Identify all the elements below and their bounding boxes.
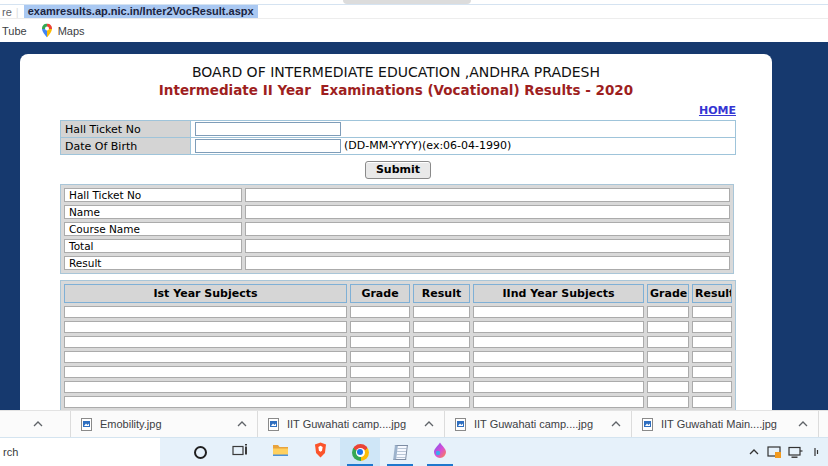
result-row: Total bbox=[64, 239, 730, 253]
bookmark-youtube[interactable]: Tube bbox=[2, 25, 27, 37]
home-link[interactable]: HOME bbox=[699, 104, 736, 117]
screen: re | examresults.ap.nic.in/Inter2VocResu… bbox=[0, 0, 828, 466]
result-summary-table: Hall Ticket No Name Course Name Total Re… bbox=[60, 184, 734, 274]
col-header: Result bbox=[413, 284, 470, 303]
result-field-label: Hall Ticket No bbox=[64, 188, 242, 202]
page-background: BOARD OF INTERMEDIATE EDUCATION ,ANDHRA … bbox=[0, 42, 828, 410]
subjects-header-row: Ist Year Subjects Grade Result IInd Year… bbox=[64, 284, 732, 303]
download-item[interactable]: IIT Guwahati Main....jpg bbox=[632, 411, 818, 437]
bookmarks-bar: Tube Maps bbox=[0, 19, 828, 42]
dob-label: Date Of Birth bbox=[61, 138, 191, 155]
subject-row bbox=[64, 351, 732, 363]
image-file-icon bbox=[642, 418, 653, 431]
notepad-button[interactable] bbox=[380, 438, 420, 466]
download-shelf: Emobility.jpg IIT Guwahati camp....jpg I… bbox=[0, 410, 828, 437]
chevron-up-icon[interactable] bbox=[611, 421, 621, 427]
file-explorer-icon bbox=[272, 443, 289, 461]
hidden-icons-button[interactable] bbox=[743, 438, 764, 466]
dob-input[interactable] bbox=[195, 139, 341, 153]
tray-icon-partial[interactable] bbox=[806, 438, 827, 466]
dob-format-hint: (DD-MM-YYYY)(ex:06-04-1990) bbox=[344, 139, 511, 152]
chevron-up-icon[interactable] bbox=[33, 421, 43, 427]
result-field-value bbox=[245, 256, 730, 270]
bookmark-maps[interactable]: Maps bbox=[41, 23, 85, 38]
result-row: Course Name bbox=[64, 222, 730, 236]
cortana-button[interactable] bbox=[180, 438, 220, 466]
result-field-label: Course Name bbox=[64, 222, 242, 236]
hall-ticket-row: Hall Ticket No bbox=[61, 121, 736, 138]
download-filename: Emobility.jpg bbox=[100, 418, 231, 430]
home-link-row: HOME bbox=[20, 99, 736, 118]
task-view-icon bbox=[232, 443, 248, 461]
col-header: Grade bbox=[647, 284, 689, 303]
subject-row bbox=[64, 321, 732, 333]
result-field-value bbox=[245, 188, 730, 202]
hall-ticket-input[interactable] bbox=[195, 122, 341, 136]
result-field-label: Result bbox=[64, 256, 242, 270]
col-header: IInd Year Subjects bbox=[473, 284, 644, 303]
taskbar: rch bbox=[0, 437, 828, 466]
download-filename: IIT Guwahati camp....jpg bbox=[287, 418, 418, 430]
bookmark-label: Tube bbox=[2, 25, 27, 37]
chevron-up-icon[interactable] bbox=[798, 421, 808, 427]
subject-row bbox=[64, 306, 732, 318]
security-label-fragment: re bbox=[2, 6, 12, 18]
taskbar-app-icons bbox=[180, 438, 460, 466]
maps-pin-icon bbox=[41, 23, 53, 38]
taskbar-search-box[interactable]: rch bbox=[0, 438, 160, 466]
col-header: Grade bbox=[350, 284, 410, 303]
image-file-icon bbox=[81, 418, 92, 431]
cast-tray-icon[interactable] bbox=[764, 438, 785, 466]
task-view-button[interactable] bbox=[220, 438, 260, 466]
content-panel: BOARD OF INTERMEDIATE EDUCATION ,ANDHRA … bbox=[20, 54, 772, 410]
notepad-icon bbox=[393, 445, 408, 460]
col-header: Result bbox=[692, 284, 732, 303]
search-form-table: Hall Ticket No Date Of Birth (DD-MM-YYYY… bbox=[60, 120, 736, 155]
image-file-icon bbox=[455, 418, 466, 431]
result-field-value bbox=[245, 205, 730, 219]
subject-row bbox=[64, 381, 732, 393]
download-item[interactable]: IIT Guwahati camp....jpg bbox=[445, 411, 631, 437]
dob-row: Date Of Birth (DD-MM-YYYY)(ex:06-04-1990… bbox=[61, 138, 736, 155]
download-filename: IIT Guwahati camp....jpg bbox=[474, 418, 605, 430]
search-text-fragment: rch bbox=[3, 446, 18, 458]
download-item[interactable]: IIT Guwahati camp....jpg bbox=[258, 411, 444, 437]
subject-row bbox=[64, 396, 732, 408]
download-item[interactable]: Emobility.jpg bbox=[71, 411, 257, 437]
chrome-button[interactable] bbox=[340, 438, 380, 466]
result-field-value bbox=[245, 239, 730, 253]
subject-row bbox=[64, 366, 732, 378]
result-field-value bbox=[245, 222, 730, 236]
chevron-up-icon[interactable] bbox=[424, 421, 434, 427]
url-text[interactable]: examresults.ap.nic.in/Inter2VocResult.as… bbox=[24, 5, 258, 18]
dob-cell: (DD-MM-YYYY)(ex:06-04-1990) bbox=[191, 138, 736, 155]
submit-button[interactable]: Submit bbox=[365, 161, 431, 179]
image-file-icon bbox=[268, 418, 279, 431]
file-explorer-button[interactable] bbox=[260, 438, 300, 466]
system-tray bbox=[743, 438, 828, 466]
paint3d-button[interactable] bbox=[420, 438, 460, 466]
cortana-icon bbox=[194, 446, 207, 459]
shelf-separator bbox=[818, 411, 819, 437]
subjects-table: Ist Year Subjects Grade Result IInd Year… bbox=[60, 280, 736, 410]
result-field-label: Name bbox=[64, 205, 242, 219]
chevron-up-icon[interactable] bbox=[237, 421, 247, 427]
brave-icon bbox=[313, 442, 328, 462]
result-field-label: Total bbox=[64, 239, 242, 253]
paint3d-drop-icon bbox=[433, 442, 447, 462]
page-title: BOARD OF INTERMEDIATE EDUCATION ,ANDHRA … bbox=[20, 64, 772, 80]
address-bar[interactable]: re | examresults.ap.nic.in/Inter2VocResu… bbox=[0, 5, 828, 19]
bookmark-label: Maps bbox=[58, 25, 85, 37]
submit-row: Submit bbox=[60, 158, 736, 179]
download-filename: IIT Guwahati Main....jpg bbox=[661, 418, 792, 430]
hall-ticket-cell bbox=[191, 121, 736, 138]
brave-button[interactable] bbox=[300, 438, 340, 466]
download-item-partial[interactable] bbox=[0, 411, 70, 437]
chrome-icon bbox=[352, 444, 369, 461]
hall-ticket-label: Hall Ticket No bbox=[61, 121, 191, 138]
network-tray-icon[interactable] bbox=[785, 438, 806, 466]
address-separator: | bbox=[16, 6, 19, 18]
subject-row bbox=[64, 336, 732, 348]
result-row: Name bbox=[64, 205, 730, 219]
result-row: Hall Ticket No bbox=[64, 188, 730, 202]
